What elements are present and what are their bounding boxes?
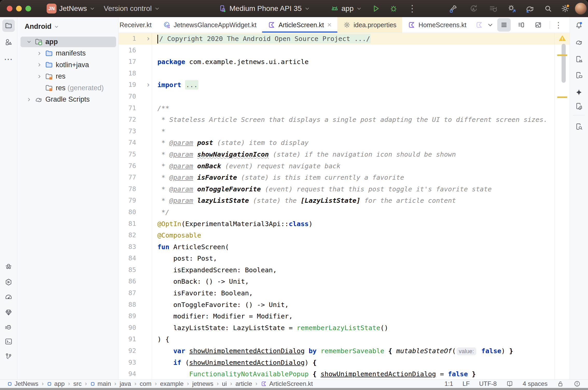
code-line-94[interactable]: 94 FunctionalityNotAvailablePopup { show… (118, 368, 555, 379)
warning-stripe-mark[interactable] (557, 54, 567, 56)
code-text[interactable]: onToggleFavorite: () -> Unit, (151, 299, 555, 311)
close-window-icon[interactable] (7, 6, 12, 11)
breadcrumb-item-src[interactable]: src (73, 380, 82, 387)
device-manager-tool-button[interactable] (575, 55, 583, 63)
profiler-tool-button[interactable] (4, 293, 13, 301)
gradle-tool-button[interactable] (575, 38, 583, 46)
code-text[interactable]: modifier: Modifier = Modifier, (151, 310, 555, 322)
code-line-78[interactable]: 78 * @param onToggleFavorite (event) req… (118, 183, 555, 195)
line-separator-widget[interactable]: LF (463, 380, 470, 387)
design-view-button[interactable] (531, 18, 545, 32)
caret-position-widget[interactable]: 1:1 (445, 380, 453, 387)
code-text[interactable]: isFavorite: Boolean, (151, 287, 555, 299)
code-line-84[interactable]: 84 post: Post, (118, 253, 555, 264)
code-line-87[interactable]: 87 isFavorite: Boolean, (118, 287, 555, 299)
code-text[interactable]: /** (151, 102, 555, 114)
code-line-76[interactable]: 76 * @param onBack (event) request navig… (118, 160, 555, 172)
version-control-tool-button[interactable] (4, 352, 13, 361)
breadcrumb-item-articlescreen-kt[interactable]: ArticleScreen.kt (261, 380, 313, 387)
code-line-72[interactable]: 72 * Stateless Article Screen that displ… (118, 114, 555, 126)
code-line-91[interactable]: 91) { (118, 333, 555, 345)
code-line-70[interactable]: 70 (118, 91, 555, 102)
terminal-tool-button[interactable] (4, 337, 13, 346)
error-analysis-icon[interactable] (573, 380, 581, 387)
apply-changes-button[interactable] (467, 0, 480, 17)
settings-button[interactable] (558, 0, 572, 17)
code-text[interactable]: */ (151, 206, 555, 218)
close-tab-icon[interactable]: × (327, 21, 331, 29)
code-text[interactable] (151, 91, 555, 102)
app-quality-insights-tool-button[interactable] (4, 308, 13, 317)
fold-toggle-icon[interactable]: › (136, 79, 151, 91)
breadcrumb-item-java[interactable]: java (120, 380, 131, 387)
code-text[interactable]: var showUnimplementedActionDialog by rem… (151, 345, 555, 357)
build-button[interactable] (446, 0, 460, 17)
code-line-74[interactable]: 74 * @param post (state) item to display (118, 137, 555, 149)
code-line-79[interactable]: 79 * @param lazyListState (state) the [L… (118, 195, 555, 206)
code-text[interactable]: * @param onBack (event) request navigate… (151, 160, 555, 172)
code-line-86[interactable]: 86 onBack: () -> Unit, (118, 276, 555, 287)
code-view-button[interactable] (497, 18, 511, 32)
indent-widget[interactable]: 4 spaces (523, 380, 548, 387)
code-line-93[interactable]: 93 if (showUnimplementedActionDialog) { (118, 357, 555, 368)
code-text[interactable]: * @param showNavigationIcon (state) if t… (151, 149, 555, 160)
code-line-77[interactable]: 77 * @param isFavorite (state) is this i… (118, 172, 555, 183)
chevron-down-icon[interactable] (25, 39, 33, 44)
more-actions-menu[interactable]: ⋮ (405, 0, 419, 17)
notification-balloon-icon[interactable] (506, 380, 513, 387)
app-inspection-tool-button[interactable] (4, 263, 13, 271)
breadcrumb-item-article[interactable]: article (235, 380, 252, 387)
debug-button[interactable] (387, 0, 400, 17)
code-editor[interactable]: 1›/ Copyright 2020 The Android Open Sour… (118, 33, 555, 379)
chevron-right-icon[interactable] (36, 51, 43, 56)
device-selector[interactable]: Medium Phone API 35 (219, 0, 310, 17)
code-text[interactable]: * @param post (state) item to display (151, 137, 555, 149)
code-line-81[interactable]: 81@OptIn(ExperimentalMaterial3Api::class… (118, 218, 555, 230)
code-text[interactable]: import ... (151, 79, 555, 91)
tab-list-chevron-icon[interactable] (487, 22, 494, 28)
code-text[interactable]: FunctionalityNotAvailablePopup { showUni… (151, 368, 555, 379)
code-text[interactable]: * @param isFavorite (state) is this item… (151, 172, 555, 183)
code-line-18[interactable]: 18 (118, 68, 555, 79)
editor-options-menu[interactable]: ⋮ (555, 20, 562, 30)
inspections-warning-icon[interactable] (558, 34, 566, 42)
code-text[interactable]: * (151, 126, 555, 137)
code-text[interactable]: / Copyright 2020 The Android Open Source… (151, 33, 555, 45)
breadcrumb-item-app[interactable]: app (47, 380, 65, 387)
code-line-16[interactable]: 16 (118, 45, 555, 56)
code-line-85[interactable]: 85 isExpandedScreen: Boolean, (118, 264, 555, 276)
breadcrumb-item-jetnews[interactable]: JetNews (7, 380, 38, 387)
gemini-tool-button[interactable] (575, 88, 583, 96)
apply-code-changes-button[interactable] (486, 0, 500, 17)
code-text[interactable]: * @param lazyListState (state) the [Lazy… (151, 195, 555, 206)
running-devices-tool-button[interactable] (575, 71, 583, 79)
services-tool-button[interactable] (4, 278, 13, 286)
gradle-sync-button[interactable] (523, 0, 537, 17)
tree-item-app[interactable]: app (17, 36, 118, 48)
code-text[interactable] (151, 68, 555, 79)
resource-manager-tool-button[interactable] (4, 38, 13, 46)
tab-homescreens-kt[interactable]: HomeScreens.kt (402, 17, 472, 33)
code-text[interactable]: if (showUnimplementedActionDialog) { (151, 357, 555, 368)
chevron-right-icon[interactable] (36, 74, 43, 79)
run-configuration-selector[interactable]: app (331, 0, 362, 17)
code-text[interactable]: isExpandedScreen: Boolean, (151, 264, 555, 276)
chevron-right-icon[interactable] (25, 97, 33, 102)
user-avatar[interactable] (574, 0, 587, 17)
code-text[interactable]: * Stateless Article Screen that displays… (151, 114, 555, 126)
split-view-button[interactable] (514, 18, 528, 32)
tree-item-gradle-scripts[interactable]: Gradle Scripts (17, 94, 118, 106)
code-text[interactable] (151, 45, 555, 56)
breadcrumb-item-example[interactable]: example (160, 380, 184, 387)
code-line-89[interactable]: 89 modifier: Modifier = Modifier, (118, 310, 555, 322)
tab-idea-properties[interactable]: idea.properties (337, 17, 402, 33)
code-text[interactable]: @OptIn(ExperimentalMaterial3Api::class) (151, 218, 555, 230)
chevron-right-icon[interactable] (36, 62, 43, 67)
more-tool-windows-button[interactable]: ⋯ (4, 54, 13, 64)
code-line-92[interactable]: 92 var showUnimplementedActionDialog by … (118, 345, 555, 357)
device-explorer-tool-button[interactable] (575, 102, 583, 110)
code-line-73[interactable]: 73 * (118, 126, 555, 137)
tree-item-res[interactable]: res (17, 71, 118, 82)
tree-item-kotlin-java[interactable]: kotlin+java (17, 59, 118, 71)
code-text[interactable]: package com.example.jetnews.ui.article (151, 56, 555, 68)
